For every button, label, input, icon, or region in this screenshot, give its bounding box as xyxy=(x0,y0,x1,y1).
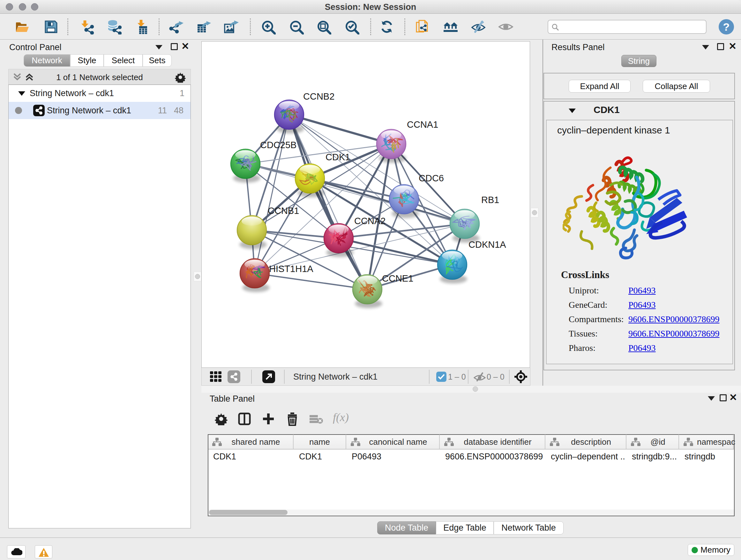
svg-text:CCNA1: CCNA1 xyxy=(407,119,438,130)
svg-text:CDC6: CDC6 xyxy=(419,173,444,183)
svg-text:CDKN1A: CDKN1A xyxy=(468,240,506,250)
svg-text:HIST1H1A: HIST1H1A xyxy=(269,264,313,274)
svg-text:CCNB1: CCNB1 xyxy=(268,206,299,216)
svg-text:RB1: RB1 xyxy=(481,195,499,205)
svg-text:CCNE1: CCNE1 xyxy=(382,273,413,284)
svg-text:CDC25B: CDC25B xyxy=(260,140,296,150)
svg-text:CDK1: CDK1 xyxy=(326,152,350,162)
svg-text:CCNB2: CCNB2 xyxy=(303,91,334,102)
svg-text:CCNA2: CCNA2 xyxy=(354,216,386,226)
